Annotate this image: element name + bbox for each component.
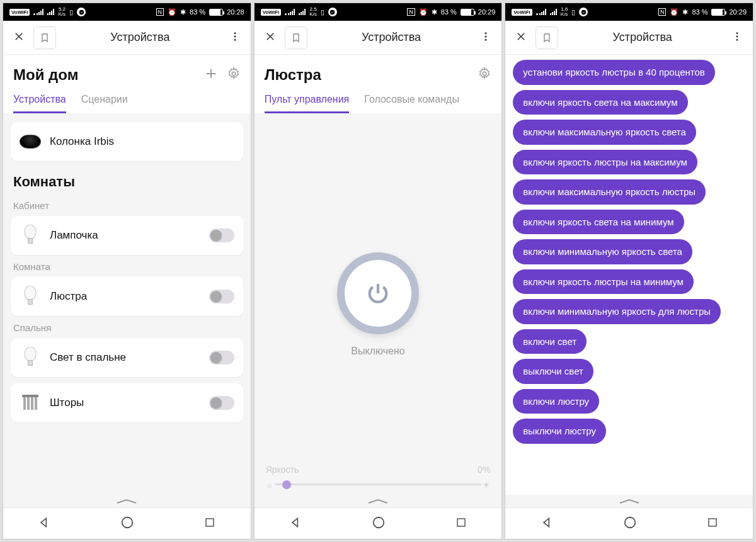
page-title[interactable]: Устройства [311, 31, 472, 44]
clock: 20:29 [729, 8, 747, 16]
page-title[interactable]: Устройства [562, 31, 723, 44]
svg-point-24 [736, 35, 738, 37]
menu-button[interactable] [726, 31, 748, 45]
nav-bar [3, 507, 251, 539]
brightness-slider[interactable]: ☼ ☀ [266, 477, 491, 492]
device-name: Свет в спальне [50, 351, 200, 364]
swipe-up-handle[interactable] [505, 495, 753, 507]
voice-command-chip[interactable]: включи максимальную яркость люстры [513, 179, 706, 205]
voice-command-chip[interactable]: выключи свет [513, 359, 593, 384]
device-title: Люстра [265, 66, 469, 84]
tab-scenarios[interactable]: Сценарии [81, 94, 128, 113]
tab-control[interactable]: Пульт управления [265, 94, 350, 113]
swipe-up-handle[interactable] [3, 495, 251, 507]
signal-icon-2 [299, 9, 306, 15]
toggle-switch[interactable] [209, 229, 234, 242]
menu-button[interactable] [475, 31, 496, 45]
toggle-switch[interactable] [209, 351, 234, 364]
svg-rect-22 [457, 519, 465, 526]
signal-icon-2 [550, 9, 557, 15]
voice-command-chip[interactable]: включи максимальную яркость света [513, 120, 696, 145]
nav-recent-button[interactable] [204, 517, 215, 531]
add-button[interactable] [204, 67, 218, 83]
home-title: Мой дом [13, 66, 195, 84]
menu-button[interactable] [224, 31, 246, 45]
voice-command-chip[interactable]: включи минимальную яркость для люстры [513, 299, 721, 324]
nav-home-button[interactable] [372, 516, 386, 532]
close-button[interactable] [510, 31, 532, 45]
svg-point-23 [736, 32, 738, 34]
nfc-icon: N [156, 8, 164, 16]
nav-back-button[interactable] [541, 516, 553, 531]
main-content[interactable]: установи яркость люстры в 40 процентоввк… [505, 55, 753, 495]
main-content: Мой дом Устройства Сценарии Колонка Irbi… [3, 55, 251, 495]
speaker-name: Колонка Irbis [50, 135, 234, 148]
brightness-control: Яркость 0% ☼ ☀ [255, 458, 502, 495]
sun-low-icon: ☼ [266, 480, 273, 490]
toggle-switch[interactable] [209, 290, 234, 303]
svg-point-19 [485, 38, 487, 40]
tabs: Пульт управления Голосовые команды [265, 94, 492, 113]
power-button[interactable] [337, 252, 419, 334]
nav-recent-button[interactable] [455, 517, 467, 531]
close-button[interactable] [8, 31, 30, 45]
device-card[interactable]: Свет в спальне [11, 338, 243, 377]
tab-devices[interactable]: Устройства [13, 94, 66, 113]
svg-point-26 [624, 517, 635, 528]
signal-icon-2 [47, 9, 54, 15]
page-title[interactable]: Устройства [60, 31, 220, 44]
speaker-card[interactable]: Колонка Irbis [11, 122, 243, 161]
svg-rect-10 [22, 395, 38, 397]
svg-point-17 [485, 32, 487, 34]
svg-rect-16 [206, 519, 214, 526]
tab-voice-commands[interactable]: Голосовые команды [364, 94, 459, 113]
settings-button[interactable] [478, 67, 491, 83]
bookmark-button[interactable] [33, 26, 56, 49]
settings-button[interactable] [227, 67, 241, 83]
svg-point-20 [483, 72, 487, 76]
voice-command-chip[interactable]: включи яркость люстры на минимум [513, 269, 694, 295]
room-label-2: Спальня [3, 316, 251, 338]
power-status: Выключено [351, 346, 404, 357]
toggle-switch[interactable] [209, 396, 234, 410]
svg-point-21 [374, 517, 384, 528]
voice-command-chip[interactable]: включи яркость света на минимум [513, 210, 684, 235]
voice-command-chip[interactable]: выключи люстру [513, 419, 606, 444]
room-label-0: Кабинет [3, 194, 251, 216]
svg-point-4 [25, 225, 36, 239]
nav-recent-button[interactable] [707, 517, 718, 531]
nav-back-button[interactable] [289, 516, 302, 531]
main-content: Люстра Пульт управления Голосовые команд… [255, 55, 502, 495]
close-button[interactable] [260, 31, 281, 45]
device-name: Шторы [50, 397, 200, 409]
voice-command-chip[interactable]: включи яркость света на максимум [513, 90, 687, 115]
signal-icon [33, 9, 43, 15]
svg-point-15 [122, 517, 133, 528]
nfc-icon: N [407, 8, 415, 16]
voice-command-chip[interactable]: включи люстру [513, 389, 599, 414]
device-card[interactable]: Люстра [11, 277, 243, 316]
nav-back-button[interactable] [38, 516, 50, 531]
svg-rect-13 [31, 397, 33, 410]
bookmark-button[interactable] [536, 26, 558, 49]
svg-rect-11 [23, 397, 26, 410]
messenger-icon [579, 8, 588, 16]
alarm-icon: ⏰ [419, 8, 428, 16]
nav-home-button[interactable] [120, 516, 134, 532]
svg-point-3 [232, 72, 236, 76]
voice-command-chip[interactable]: включи минимальную яркость света [513, 239, 692, 264]
voice-command-chip[interactable]: включи свет [513, 329, 587, 354]
battery-icon [461, 9, 474, 16]
nav-bar [505, 507, 753, 539]
svg-rect-7 [28, 300, 33, 305]
sun-high-icon: ☀ [483, 480, 490, 490]
device-card[interactable]: Лампочка [11, 216, 243, 255]
swipe-up-handle[interactable] [255, 495, 502, 507]
voice-command-chip[interactable]: установи яркость люстры в 40 процентов [513, 60, 714, 85]
nav-home-button[interactable] [623, 516, 637, 532]
device-card[interactable]: Шторы [11, 383, 243, 422]
battery-pct: 83 % [692, 8, 707, 16]
voice-command-chip[interactable]: включи яркость люстры на максимум [513, 150, 697, 175]
device-name: Лампочка [50, 229, 200, 242]
bookmark-button[interactable] [285, 26, 307, 49]
